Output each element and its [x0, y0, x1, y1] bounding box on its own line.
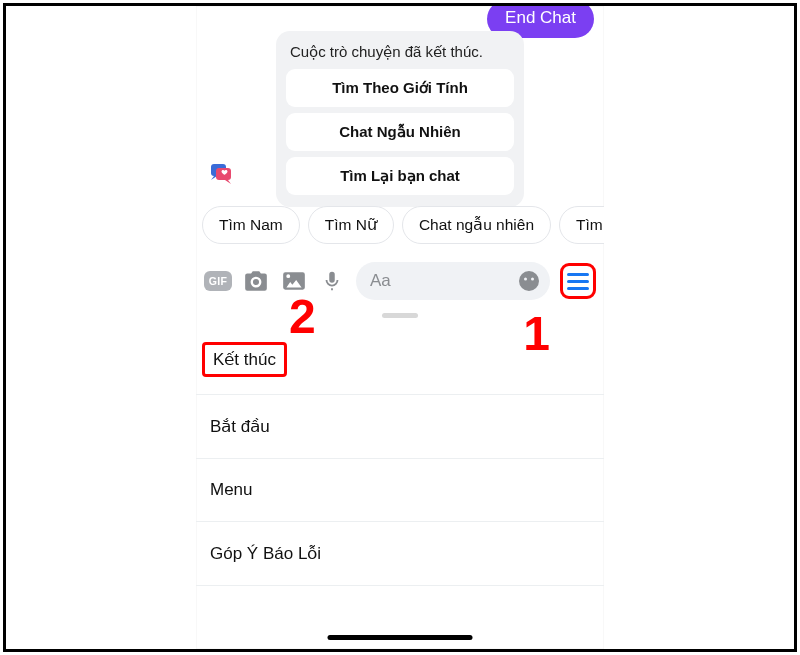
bot-avatar-icon — [209, 161, 233, 185]
find-again-button[interactable]: Tìm Lại bạn chat — [286, 157, 514, 195]
smiley-icon — [517, 269, 541, 293]
camera-icon — [243, 268, 269, 294]
system-message-card: Cuộc trò chuyện đã kết thúc. Tìm Theo Gi… — [276, 31, 524, 207]
mic-button[interactable] — [318, 267, 346, 295]
chip-find-female[interactable]: Tìm Nữ — [308, 206, 394, 244]
sheet-drag-handle[interactable] — [382, 313, 418, 318]
message-input[interactable]: Aa — [356, 262, 550, 300]
find-by-gender-button[interactable]: Tìm Theo Giới Tính — [286, 69, 514, 107]
suggestion-chip-row: Tìm Nam Tìm Nữ Chat ngẫu nhiên Tìm L — [196, 206, 604, 244]
chip-more[interactable]: Tìm L — [559, 206, 604, 244]
mic-icon — [321, 269, 343, 293]
emoji-button[interactable] — [516, 268, 542, 294]
menu-sheet: Kết thúc Bắt đầu Menu Góp Ý Báo Lỗi — [196, 334, 604, 586]
chip-find-male[interactable]: Tìm Nam — [202, 206, 300, 244]
camera-button[interactable] — [242, 267, 270, 295]
hamburger-menu-button[interactable] — [560, 263, 596, 299]
menu-item-feedback[interactable]: Góp Ý Báo Lỗi — [196, 522, 604, 586]
hamburger-icon — [567, 273, 589, 290]
tutorial-frame: End Chat Cuộc trò chuyện đã kết thúc. Tì… — [3, 3, 797, 652]
random-chat-button[interactable]: Chat Ngẫu Nhiên — [286, 113, 514, 151]
phone-screen: End Chat Cuộc trò chuyện đã kết thúc. Tì… — [196, 6, 604, 649]
gif-icon: GIF — [204, 271, 232, 291]
system-message-title: Cuộc trò chuyện đã kết thúc. — [290, 43, 510, 61]
gif-button[interactable]: GIF — [204, 267, 232, 295]
menu-item-end-highlight: Kết thúc — [202, 342, 287, 377]
message-input-placeholder: Aa — [370, 271, 516, 291]
home-indicator[interactable] — [328, 635, 473, 641]
menu-item-end[interactable]: Kết thúc — [196, 334, 604, 395]
chip-random-chat[interactable]: Chat ngẫu nhiên — [402, 206, 551, 244]
menu-item-start[interactable]: Bắt đầu — [196, 395, 604, 459]
menu-item-menu[interactable]: Menu — [196, 459, 604, 522]
composer-bar: GIF Aa — [196, 256, 604, 306]
